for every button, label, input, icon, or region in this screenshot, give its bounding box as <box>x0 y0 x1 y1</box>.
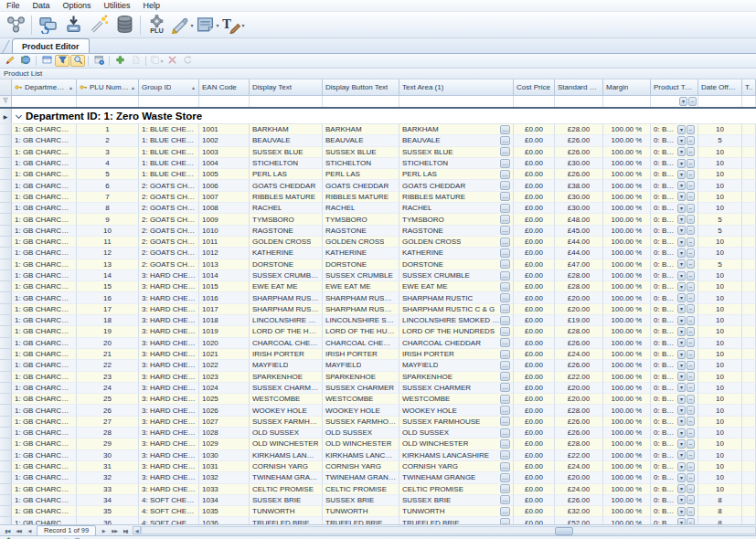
cell-group[interactable]: 2: GOATS CHEESE <box>139 203 199 214</box>
cell-display_text[interactable]: BARKHAM <box>250 124 323 135</box>
table-row[interactable]: 1: GB CHARCUTE…173: HARD CHEESE1017SHARP… <box>0 304 756 315</box>
cell-display_button_text[interactable]: LORD OF THE HUNDREDS <box>323 326 399 337</box>
cell-cost_price[interactable]: £0.00 <box>514 383 555 394</box>
product-type-clear-button[interactable]: − <box>687 473 695 482</box>
next-record-button[interactable]: ▶ <box>98 526 109 534</box>
product-type-dropdown-button[interactable]: ▾ <box>677 125 686 134</box>
cell-display_text[interactable]: GOLDEN CROSS <box>250 237 323 248</box>
cell-display_button_text[interactable]: WOOKEY HOLE <box>323 405 399 416</box>
row-indicator[interactable] <box>0 226 12 237</box>
refresh-button[interactable] <box>180 55 195 67</box>
cell-ean[interactable]: 1029 <box>199 439 250 449</box>
first-record-button[interactable]: ▮◀ <box>2 526 13 534</box>
cell-plu[interactable]: 19 <box>77 326 139 337</box>
cell-plu[interactable]: 16 <box>77 292 139 303</box>
text-area-ellipsis-button[interactable]: … <box>500 136 510 145</box>
cell-department[interactable]: 1: GB CHARCUTE… <box>12 237 77 248</box>
product-type-dropdown-button[interactable]: ▾ <box>677 428 686 438</box>
collapse-chevron-icon[interactable] <box>16 111 22 118</box>
cell-product_type[interactable]: 0: By …▾− <box>651 304 698 315</box>
text-area-ellipsis-button[interactable]: … <box>500 383 510 392</box>
cell-date_offset_1[interactable]: 10 <box>698 417 742 428</box>
cell-display_text[interactable]: SUSSEX CRUMBLE <box>250 270 323 281</box>
cell-display_text[interactable]: RACHEL <box>250 203 323 214</box>
cell-product_type[interactable]: 0: By …▾− <box>651 349 698 360</box>
cell-department[interactable]: 1: GB CHARCUTE… <box>12 428 77 439</box>
cell-display_button_text[interactable]: SHARPHAM RUSTIC <box>323 292 399 303</box>
cell-department[interactable]: 1: GB CHARCUTE… <box>12 506 77 517</box>
filter-cell-display_text[interactable] <box>250 96 323 107</box>
cell-text_area_1[interactable]: GOATS CHEDDAR… <box>399 180 514 191</box>
cell-cost_price[interactable]: £0.00 <box>514 203 555 214</box>
cell-product_type[interactable]: 0: By …▾− <box>651 158 698 169</box>
cell-standard_price[interactable]: £26.00 <box>555 417 603 428</box>
text-area-ellipsis-button[interactable]: … <box>500 192 510 201</box>
cell-product_type[interactable]: 0: By …▾− <box>651 226 698 237</box>
cell-cost_price[interactable]: £0.00 <box>514 304 555 315</box>
cell-display_button_text[interactable]: SUSSEX BLUE <box>323 147 399 158</box>
cell-cost_price[interactable]: £0.00 <box>514 326 555 337</box>
cell-standard_price[interactable]: £24.00 <box>555 484 603 495</box>
product-type-dropdown-button[interactable]: ▾ <box>677 361 686 370</box>
cell-cost_price[interactable]: £0.00 <box>514 135 555 146</box>
cell-tax[interactable] <box>742 292 756 303</box>
cell-group[interactable]: 2: GOATS CHEESE <box>139 237 199 248</box>
cell-display_text[interactable]: SUSSEX FARMHOUSE <box>250 417 323 428</box>
product-type-clear-button[interactable]: − <box>687 316 695 325</box>
product-type-dropdown-button[interactable]: ▾ <box>677 350 686 359</box>
cell-product_type[interactable]: 0: By …▾− <box>651 450 698 461</box>
cell-cost_price[interactable]: £0.00 <box>514 360 555 371</box>
cell-product_type[interactable]: 0: By …▾− <box>651 417 698 428</box>
table-row[interactable]: 1: GB CHARCUTE…163: HARD CHEESE1016SHARP… <box>0 292 756 303</box>
cell-text_area_1[interactable]: CORNISH YARG… <box>399 461 514 472</box>
cell-margin[interactable]: 100.00 % <box>603 383 651 394</box>
cell-standard_price[interactable]: £22.00 <box>555 450 603 461</box>
cell-tax[interactable] <box>742 270 756 281</box>
cell-plu[interactable]: 7 <box>77 192 139 203</box>
cell-tax[interactable] <box>742 259 756 270</box>
table-row[interactable]: 1: GB CHARCUTE…344: SOFT CHEESE1034SUSSE… <box>0 495 756 506</box>
row-indicator[interactable] <box>0 383 12 394</box>
cell-text_area_1[interactable]: RAGSTONE… <box>399 226 514 237</box>
cell-group[interactable]: 4: SOFT CHEESE <box>139 506 199 517</box>
table-row[interactable]: 1: GB CHARCUTE…102: GOATS CHEESE1010RAGS… <box>0 226 756 237</box>
cell-plu[interactable]: 14 <box>77 270 139 281</box>
cell-display_text[interactable]: SUSSEX BRIE <box>250 495 323 506</box>
cell-display_text[interactable]: STICHELTON <box>250 158 323 169</box>
cell-department[interactable]: 1: GB CHARCUTE… <box>12 360 77 371</box>
text-area-ellipsis-button[interactable]: … <box>500 215 510 224</box>
cell-date_offset_1[interactable]: 10 <box>698 383 742 394</box>
cell-tax[interactable] <box>742 124 756 135</box>
column-header-display_button_text[interactable]: Display Button Text <box>323 79 399 96</box>
row-indicator[interactable] <box>0 472 12 483</box>
cell-text_area_1[interactable]: RIBBLES MATURE… <box>399 192 514 203</box>
cell-cost_price[interactable]: £0.00 <box>514 450 555 461</box>
product-type-clear-button[interactable]: − <box>687 383 695 392</box>
row-indicator[interactable] <box>0 394 12 405</box>
product-type-clear-button[interactable]: − <box>687 238 695 247</box>
text-area-ellipsis-button[interactable]: … <box>500 316 510 325</box>
cell-standard_price[interactable]: £20.00 <box>555 304 603 315</box>
row-indicator[interactable] <box>0 428 12 439</box>
cell-text_area_1[interactable]: MAYFIELD… <box>399 360 514 371</box>
cell-tax[interactable] <box>742 405 756 416</box>
cell-standard_price[interactable]: £28.00 <box>555 124 603 135</box>
cell-ean[interactable]: 1021 <box>199 349 250 360</box>
cell-tax[interactable] <box>742 372 756 383</box>
cell-cost_price[interactable]: £0.00 <box>514 372 555 383</box>
cell-margin[interactable]: 100.00 % <box>603 450 651 461</box>
cell-margin[interactable]: 100.00 % <box>603 472 651 483</box>
edit-pencil-button[interactable] <box>3 55 17 67</box>
product-type-dropdown-button[interactable]: ▾ <box>677 372 686 381</box>
column-header-department[interactable]: Department ID▲ <box>12 79 77 96</box>
cell-group[interactable]: 3: HARD CHEESE <box>139 304 199 315</box>
cell-ean[interactable]: 1035 <box>199 506 250 517</box>
text-area-ellipsis-button[interactable]: … <box>500 361 510 370</box>
cell-date_offset_1[interactable]: 10 <box>698 281 742 292</box>
row-indicator[interactable] <box>0 326 12 337</box>
cell-standard_price[interactable]: £19.00 <box>555 315 603 326</box>
cell-group[interactable]: 3: HARD CHEESE <box>139 484 199 495</box>
cell-cost_price[interactable]: £0.00 <box>514 349 555 360</box>
cell-plu[interactable]: 3 <box>77 147 139 158</box>
cell-product_type[interactable]: 0: By …▾− <box>651 360 698 371</box>
